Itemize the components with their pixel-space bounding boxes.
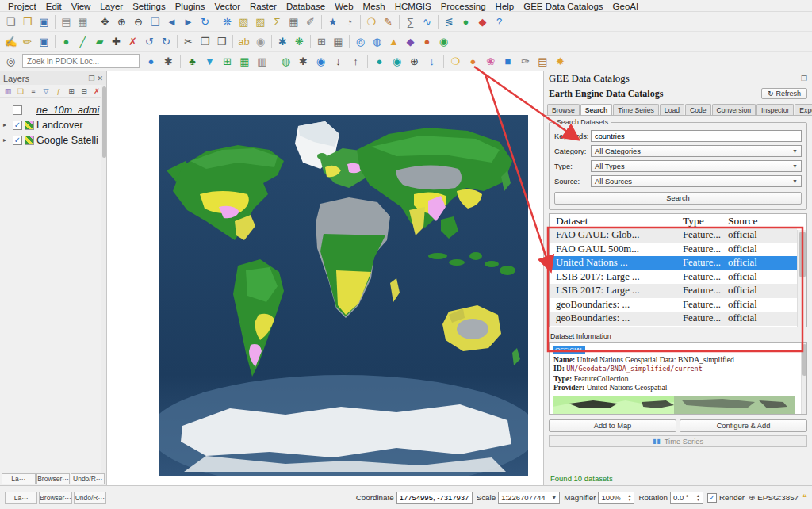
scale-combo[interactable]: 1:226707744▼ <box>498 492 560 504</box>
menu-item[interactable]: HCMGIS <box>390 2 436 11</box>
gee-tab[interactable]: Time Series <box>613 104 659 115</box>
blue-square-icon[interactable]: ■ <box>500 53 516 69</box>
column-type[interactable]: Type <box>683 215 728 228</box>
keywords-input[interactable] <box>591 130 802 142</box>
menu-item[interactable]: Project <box>3 2 41 11</box>
globe-layers-icon[interactable]: ◍ <box>278 53 294 69</box>
table-row[interactable]: FAO GAUL: Glob...Feature...official <box>550 228 797 243</box>
flower-icon[interactable]: ❀ <box>482 53 499 69</box>
download-icon[interactable]: ↓ <box>330 53 347 69</box>
open-project-icon[interactable]: ❒ <box>19 13 36 29</box>
redo-icon[interactable]: ↻ <box>158 33 174 49</box>
spinner-arrows-icon[interactable]: ▲▼ <box>628 494 632 502</box>
sample-grid-icon[interactable]: ⊞ <box>219 53 236 69</box>
gee-settings-icon[interactable]: ✱ <box>160 53 177 69</box>
raster-calculator-icon[interactable]: ▦ <box>330 33 347 49</box>
field-calculator-icon[interactable]: ∑ <box>402 13 419 29</box>
render-checkbox[interactable] <box>707 493 717 503</box>
layer-item[interactable]: ▸ Google Satelli <box>2 132 105 147</box>
help-icon[interactable]: ? <box>491 13 508 29</box>
paste-features-icon[interactable]: ❒ <box>213 33 230 49</box>
zoom-last-icon[interactable]: ◄ <box>163 13 180 29</box>
new-print-layout-icon[interactable]: ▤ <box>58 13 75 29</box>
processing-toolbox-icon[interactable]: ✱ <box>274 33 291 49</box>
deselect-features-icon[interactable]: ▨ <box>252 13 269 29</box>
layer-expand-icon[interactable]: ▸ <box>3 121 10 128</box>
wrench-icon[interactable]: ✑ <box>517 53 534 69</box>
copy-features-icon[interactable]: ❐ <box>197 33 213 49</box>
coordinate-input[interactable] <box>396 492 473 504</box>
georeferencer-icon[interactable]: ⊞ <box>313 33 330 49</box>
table-row[interactable]: LSIB 2017: Large ...Feature...official <box>550 284 797 298</box>
add-line-feature-icon[interactable]: ╱ <box>75 33 91 49</box>
magnifier-spinner[interactable]: 100% ▲▼ <box>598 492 634 504</box>
gee-tab[interactable]: Inspector <box>756 104 794 115</box>
vertex-tool-icon[interactable]: ✚ <box>108 33 124 49</box>
layer-visibility-checkbox[interactable] <box>13 105 22 115</box>
menu-item[interactable]: Layer <box>95 2 128 11</box>
teal-ring-icon[interactable]: ◉ <box>389 53 405 69</box>
save-edits-icon[interactable]: ▣ <box>36 33 52 49</box>
save-project-icon[interactable]: ▣ <box>36 13 52 29</box>
plugin-diamond-icon[interactable]: ◆ <box>402 33 419 49</box>
panel-tab[interactable]: La··· <box>2 473 36 484</box>
vegetation-icon[interactable]: ♣ <box>184 53 201 69</box>
select-features-icon[interactable]: ▧ <box>236 13 252 29</box>
gee-tab[interactable]: Export <box>795 104 812 115</box>
menu-item[interactable]: Edit <box>41 2 67 11</box>
menu-item[interactable]: Web <box>330 2 358 11</box>
export-map-icon[interactable]: ↓ <box>423 53 440 69</box>
cut-features-icon[interactable]: ✂ <box>180 33 197 49</box>
select-by-expression-icon[interactable]: Σ <box>269 13 285 29</box>
gee-catalog-icon[interactable]: ● <box>143 53 159 69</box>
menu-item[interactable]: GeoAI <box>608 2 644 11</box>
spinner-arrows-icon[interactable]: ▲▼ <box>696 494 700 502</box>
layer-item[interactable]: ▸ Landcover <box>2 117 105 132</box>
pan-map-icon[interactable]: ✥ <box>97 13 113 29</box>
info-scrollbar[interactable] <box>801 343 806 414</box>
map-tips-icon[interactable]: ❍ <box>363 13 380 29</box>
panel-undock-icon[interactable]: ❐ <box>88 75 94 82</box>
undo-icon[interactable]: ↺ <box>141 33 158 49</box>
table-row[interactable]: United Nations ...Feature...official <box>550 256 797 270</box>
open-layer-styling-icon[interactable]: ▥ <box>2 86 13 97</box>
add-polygon-feature-icon[interactable]: ▰ <box>91 33 108 49</box>
web-services-icon[interactable]: ◍ <box>369 33 385 49</box>
map-canvas[interactable] <box>107 71 543 485</box>
yellow-ring-icon[interactable]: ❍ <box>447 53 464 69</box>
pdok-search-icon[interactable]: ◎ <box>2 53 19 69</box>
layer-labeling-icon[interactable]: ab <box>236 33 252 49</box>
gee-tab[interactable]: Load <box>660 104 684 115</box>
delete-selected-icon[interactable]: ✗ <box>124 33 141 49</box>
layout-manager-icon[interactable]: ▦ <box>75 13 91 29</box>
metasearch-icon[interactable]: ◎ <box>352 33 369 49</box>
table-row[interactable]: geoBoundaries: ...Feature...official <box>550 298 797 312</box>
manage-map-themes-icon[interactable]: ≡ <box>28 86 39 97</box>
messages-icon[interactable]: ❝ <box>802 492 807 503</box>
add-to-map-button[interactable]: Add to Map <box>549 419 676 432</box>
rotation-spinner[interactable]: 0.0 ° ▲▼ <box>670 492 703 504</box>
column-source[interactable]: Source <box>728 215 806 228</box>
gee-tab[interactable]: Search <box>580 104 613 115</box>
panel-tab[interactable]: Browser··· <box>36 473 71 484</box>
plugin-triangle-icon[interactable]: ▲ <box>385 33 402 49</box>
panel-tab[interactable]: Undo/R··· <box>74 492 106 504</box>
toggle-editing-icon[interactable]: ✏ <box>19 33 36 49</box>
category-dropdown[interactable]: All Categories▼ <box>591 145 802 157</box>
statistics-icon[interactable]: ∿ <box>419 13 435 29</box>
tile-grid-icon[interactable]: ▦ <box>236 53 253 69</box>
configure-add-button[interactable]: Configure & Add <box>680 419 807 432</box>
gee-tab[interactable]: Code <box>685 104 711 115</box>
layer-expand-icon[interactable]: ▸ <box>3 136 10 144</box>
menu-item[interactable]: Processing <box>436 2 491 11</box>
plugin-orange-icon[interactable]: ● <box>419 33 435 49</box>
new-project-icon[interactable]: ❏ <box>2 13 19 29</box>
menu-item[interactable]: Settings <box>128 2 170 11</box>
menu-item[interactable]: Help <box>491 2 519 11</box>
menu-item[interactable]: View <box>67 2 96 11</box>
zoom-next-icon[interactable]: ► <box>180 13 197 29</box>
menu-item[interactable]: Raster <box>245 2 282 11</box>
menu-item[interactable]: Plugins <box>170 2 210 11</box>
map-refresh-icon[interactable]: ↻ <box>197 13 213 29</box>
orange-dot-icon[interactable]: ● <box>465 53 481 69</box>
